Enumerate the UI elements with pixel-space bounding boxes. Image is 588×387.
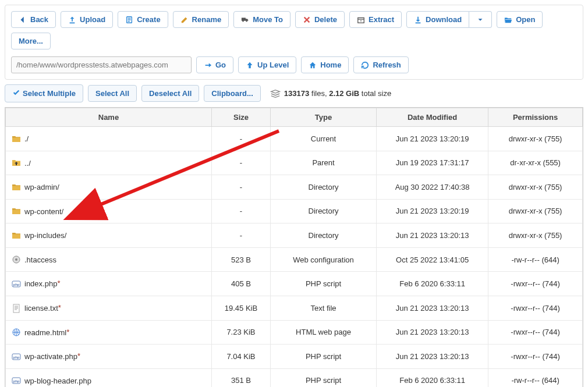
upload-icon <box>68 16 76 24</box>
modified-marker: * <box>58 303 61 312</box>
cell-size: - <box>211 199 270 223</box>
move-to-label: Move To <box>253 15 283 24</box>
file-name: license.txt <box>24 304 58 313</box>
file-table: Name Size Type Date Modified Permissions… <box>5 108 583 387</box>
clipboard-button[interactable]: Clipboard... <box>204 85 261 102</box>
toolbar-row-1: Back Upload Create Rename Move To Delete… <box>11 11 577 49</box>
x-icon <box>303 16 311 24</box>
home-button[interactable]: Home <box>301 56 349 73</box>
folder-icon <box>12 134 21 144</box>
file-name: wp-blog-header.php <box>24 377 91 385</box>
home-icon <box>309 61 317 69</box>
cell-type: Directory <box>271 199 377 223</box>
check-icon <box>12 88 20 98</box>
stack-icon <box>270 88 281 99</box>
col-header-date[interactable]: Date Modified <box>377 108 488 127</box>
up-level-label: Up Level <box>257 61 289 69</box>
table-row[interactable]: phpindex.php* 405 B PHP script Feb 6 202… <box>6 272 583 296</box>
cell-perm: drwxr-xr-x (755) <box>488 223 583 248</box>
back-button[interactable]: Back <box>11 11 56 28</box>
col-header-type[interactable]: Type <box>271 108 377 127</box>
folder-icon <box>12 231 21 240</box>
svg-text:php: php <box>13 379 20 383</box>
download-button-group: Download <box>406 11 492 28</box>
table-header-row: Name Size Type Date Modified Permissions <box>6 108 583 127</box>
file-table-scroll[interactable]: Name Size Type Date Modified Permissions… <box>5 108 583 387</box>
table-row[interactable]: readme.html* 7.23 KiB HTML web page Jun … <box>6 320 583 345</box>
cell-type: PHP script <box>271 368 377 387</box>
cell-size: 19.45 KiB <box>211 296 270 320</box>
html-icon <box>12 328 21 337</box>
select-multiple-label: Select Multiple <box>23 89 76 98</box>
table-row[interactable]: wp-includes/ - Directory Jun 21 2023 13:… <box>6 223 583 248</box>
cell-date: Feb 6 2020 6:33:11 <box>377 368 488 387</box>
col-header-size[interactable]: Size <box>211 108 270 127</box>
cell-name: wp-includes/ <box>6 223 212 248</box>
upload-label: Upload <box>80 15 105 24</box>
table-row[interactable]: ../ - Parent Jun 19 2023 17:31:17 dr-xr-… <box>6 151 583 175</box>
open-button[interactable]: Open <box>497 11 543 28</box>
svg-point-3 <box>15 258 17 261</box>
table-row[interactable]: wp-content/ - Directory Jun 21 2023 13:2… <box>6 199 583 223</box>
delete-button[interactable]: Delete <box>295 11 345 28</box>
toolbar-row-2: Go Up Level Home Refresh <box>11 56 577 73</box>
table-row[interactable]: phpwp-activate.php* 7.04 KiB PHP script … <box>6 345 583 369</box>
col-header-name[interactable]: Name <box>6 108 212 127</box>
clipboard-label: Clipboard... <box>211 89 253 98</box>
download-button[interactable]: Download <box>406 11 469 28</box>
file-name: ./ <box>24 134 29 143</box>
cell-perm: -rwxr--r-- (744) <box>488 320 583 345</box>
up-level-button[interactable]: Up Level <box>238 56 296 73</box>
table-row[interactable]: phpwp-blog-header.php 351 B PHP script F… <box>6 368 583 387</box>
back-label: Back <box>30 15 48 24</box>
download-dropdown-button[interactable] <box>469 11 492 28</box>
extract-button[interactable]: Extract <box>349 11 402 28</box>
text-icon <box>12 304 21 313</box>
cell-size: - <box>211 175 270 200</box>
file-name: wp-content/ <box>24 207 63 216</box>
create-button[interactable]: Create <box>118 11 168 28</box>
move-to-button[interactable]: Move To <box>233 11 291 28</box>
truck-icon <box>241 16 249 24</box>
more-button[interactable]: More... <box>11 33 51 49</box>
modified-marker: * <box>77 352 80 360</box>
home-label: Home <box>320 61 341 69</box>
cell-name: readme.html* <box>6 320 212 345</box>
cell-size: 405 B <box>211 272 270 296</box>
select-multiple-button[interactable]: Select Multiple <box>5 84 83 102</box>
table-row[interactable]: license.txt* 19.45 KiB Text file Jun 21 … <box>6 296 583 320</box>
stats-text: 133173 files, 2.12 GiB total size <box>270 88 391 99</box>
main-toolbar: Back Upload Create Rename Move To Delete… <box>5 5 583 80</box>
refresh-button[interactable]: Refresh <box>353 56 408 73</box>
col-header-perm[interactable]: Permissions <box>488 108 583 127</box>
folder-open-icon <box>504 16 512 24</box>
cell-perm: -rwxr--r-- (744) <box>488 345 583 369</box>
file-name: index.php <box>24 279 57 288</box>
stats-count-suffix: files, <box>309 89 329 98</box>
stats-size: 2.12 GiB <box>329 89 359 98</box>
go-button[interactable]: Go <box>196 56 233 73</box>
php-icon: php <box>12 352 21 361</box>
select-all-label: Select All <box>95 89 129 98</box>
svg-text:php: php <box>13 283 20 286</box>
rename-button[interactable]: Rename <box>173 11 229 28</box>
upload-button[interactable]: Upload <box>61 11 113 28</box>
folder-icon <box>12 183 21 192</box>
table-row[interactable]: .htaccess 523 B Web configuration Oct 25… <box>6 247 583 272</box>
folder-up-icon <box>12 158 21 168</box>
archive-icon <box>357 16 365 24</box>
table-row[interactable]: wp-admin/ - Directory Aug 30 2022 17:40:… <box>6 175 583 200</box>
cell-perm: drwxr-xr-x (755) <box>488 199 583 223</box>
cell-date: Jun 21 2023 13:20:13 <box>377 296 488 320</box>
table-row[interactable]: ./ - Current Jun 21 2023 13:20:19 drwxr-… <box>6 127 583 151</box>
cell-type: PHP script <box>271 272 377 296</box>
cell-name: ../ <box>6 151 212 175</box>
deselect-all-button[interactable]: Deselect All <box>141 85 199 102</box>
cell-date: Aug 30 2022 17:40:38 <box>377 175 488 200</box>
path-input[interactable] <box>11 56 192 73</box>
file-name: .htaccess <box>24 255 56 264</box>
cell-date: Jun 21 2023 13:20:13 <box>377 320 488 345</box>
cell-type: HTML web page <box>271 320 377 345</box>
cell-date: Jun 19 2023 17:31:17 <box>377 151 488 175</box>
select-all-button[interactable]: Select All <box>88 85 137 102</box>
